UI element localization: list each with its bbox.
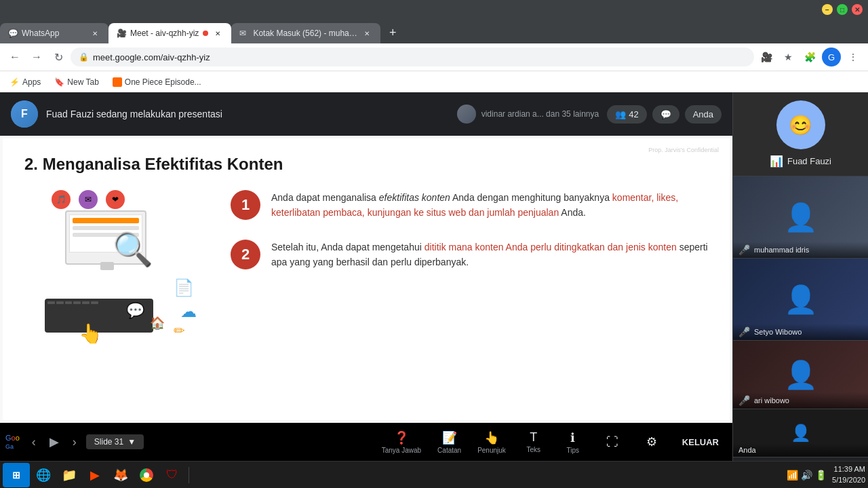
expand-icon: ⛶ bbox=[606, 435, 618, 449]
self-label-badge: Anda bbox=[685, 105, 722, 124]
profile-icon[interactable]: G bbox=[822, 48, 841, 67]
settings-button[interactable]: ⚙ bbox=[635, 432, 669, 452]
participants-button[interactable]: 👥 42 bbox=[607, 105, 646, 124]
catatan-button[interactable]: 📝 Catatan bbox=[432, 428, 467, 457]
content-area: F Fuad Fauzi sedang melakukan presentasi… bbox=[0, 92, 868, 461]
fuad-audio-icon: 📊 bbox=[770, 155, 783, 168]
participants-name: vidinar ardian a... dan 35 lainnya bbox=[481, 109, 599, 119]
mic-muted-icon-idris: 🎤 bbox=[738, 244, 750, 255]
participant-avatar-1 bbox=[457, 105, 476, 124]
slide-watermark: Prop. Jarvis's Confidential bbox=[648, 147, 719, 153]
penunjuk-button[interactable]: 👆 Penunjuk bbox=[472, 428, 511, 457]
expand-button[interactable]: ⛶ bbox=[595, 432, 629, 452]
close-button[interactable]: ✕ bbox=[852, 4, 863, 15]
firefox-button[interactable]: 🦊 bbox=[108, 463, 133, 487]
url-text: meet.google.com/aiv-qzhh-yiz bbox=[93, 52, 210, 62]
illus-cloud-icon: ☁ bbox=[180, 302, 197, 321]
illus-magnifier: 🔍 bbox=[113, 231, 153, 269]
taskbar: ⊞ 🌐 📁 ▶ 🦊 🛡 📶 🔊 🔋 11:39 AM 5/19/2020 bbox=[0, 461, 868, 488]
slide-point-1: 1 Anda dapat menganalisa efektifitas kon… bbox=[231, 190, 708, 221]
forward-button[interactable]: → bbox=[27, 48, 46, 67]
extensions-icon[interactable]: 🧩 bbox=[800, 48, 819, 67]
fuad-avatar: 😊 bbox=[776, 100, 825, 149]
slide-points: 1 Anda dapat menganalisa efektifitas kon… bbox=[231, 190, 708, 289]
participant-count: 42 bbox=[629, 109, 638, 119]
tips-icon: ℹ bbox=[570, 430, 575, 445]
tab-whatsapp-close[interactable]: ✕ bbox=[90, 28, 100, 39]
apps-icon: ⚡ bbox=[9, 77, 20, 87]
reload-button[interactable]: ↻ bbox=[49, 48, 68, 67]
tanya-jawab-button[interactable]: ❓ Tanya Jawab bbox=[376, 428, 427, 457]
slide-label: Slide 31 bbox=[94, 437, 123, 447]
tab-gmail[interactable]: ✉ Kotak Masuk (562) - muhamma... ✕ bbox=[231, 23, 380, 43]
tanya-jawab-icon: ❓ bbox=[394, 430, 409, 445]
next-slide-button[interactable]: › bbox=[68, 432, 81, 452]
slide-container: Prop. Jarvis's Confidential 2. Menganali… bbox=[0, 136, 732, 461]
ie-button[interactable]: 🌐 bbox=[31, 463, 56, 487]
teks-icon: T bbox=[530, 430, 537, 445]
maximize-button[interactable]: □ bbox=[837, 4, 848, 15]
back-button[interactable]: ← bbox=[5, 48, 24, 67]
bookmark-one-piece[interactable]: One Piece Episode... bbox=[108, 76, 205, 88]
time-display: 11:39 AM bbox=[832, 464, 865, 474]
illus-stand bbox=[100, 262, 114, 270]
participant-overlay-setyo: 🎤 Setyo Wibowo bbox=[733, 324, 868, 340]
participant-name-setyo: Setyo Wibowo bbox=[754, 328, 802, 336]
slide-indicator[interactable]: Slide 31 ▼ bbox=[86, 434, 144, 449]
date-display: 5/19/2020 bbox=[832, 475, 865, 485]
teks-label: Teks bbox=[527, 446, 541, 453]
menu-icon[interactable]: ⋮ bbox=[844, 48, 863, 67]
chrome-button[interactable] bbox=[134, 463, 159, 487]
security-button[interactable]: 🛡 bbox=[160, 463, 184, 487]
address-bar[interactable]: 🔒 meet.google.com/aiv-qzhh-yiz bbox=[71, 48, 754, 67]
tab-gmail-close[interactable]: ✕ bbox=[361, 28, 372, 39]
nav-icons: 🎥 ★ 🧩 G ⋮ bbox=[757, 48, 863, 67]
illus-icon-heart: ❤ bbox=[106, 190, 125, 209]
illus-hand: 👆 bbox=[79, 322, 102, 345]
bookmark-icon[interactable]: ★ bbox=[778, 48, 797, 67]
slide-illustration: 👆 🔍 🎵 ✉ ❤ 💬 🏠 📄 ☁ ✏ bbox=[24, 190, 214, 367]
tab-whatsapp[interactable]: 💬 WhatsApp ✕ bbox=[0, 23, 108, 43]
one-piece-favicon bbox=[113, 77, 122, 87]
sys-icons: 📶 🔊 🔋 bbox=[787, 470, 827, 481]
taskbar-time: 11:39 AM 5/19/2020 bbox=[832, 464, 865, 485]
new-tab-button[interactable]: + bbox=[383, 23, 402, 42]
point-number-1: 1 bbox=[231, 190, 260, 220]
tab-bar: 💬 WhatsApp ✕ 🎥 Meet - aiv-qzhh-yiz ✕ ✉ K… bbox=[0, 19, 868, 43]
new-tab-label: New Tab bbox=[67, 77, 98, 87]
media-button[interactable]: ▶ bbox=[83, 463, 107, 487]
bookmark-new-tab[interactable]: 🔖 New Tab bbox=[50, 76, 102, 88]
participant-card-ari: 👤 🎤 ari wibowo bbox=[733, 341, 868, 409]
bookmark-apps[interactable]: ⚡ Apps bbox=[5, 76, 45, 88]
tips-button[interactable]: ℹ Tips bbox=[556, 428, 590, 457]
participants-info: vidinar ardian a... dan 35 lainnya bbox=[457, 105, 599, 124]
illus-line2 bbox=[73, 226, 139, 230]
penunjuk-icon: 👆 bbox=[484, 430, 499, 445]
explorer-button[interactable]: 📁 bbox=[57, 463, 81, 487]
meet-main: F Fuad Fauzi sedang melakukan presentasi… bbox=[0, 92, 732, 461]
tab-meet[interactable]: 🎥 Meet - aiv-qzhh-yiz ✕ bbox=[108, 23, 231, 43]
start-button[interactable]: ⊞ bbox=[3, 463, 30, 487]
taskbar-right: 📶 🔊 🔋 11:39 AM 5/19/2020 bbox=[787, 464, 865, 485]
participant-card-idris: 👤 🎤 muhammad idris bbox=[733, 176, 868, 259]
apps-label: Apps bbox=[22, 77, 41, 87]
point-text-2: Setelah itu, Anda dapat mengetahui ditit… bbox=[271, 240, 708, 270]
meet-header-text: Fuad Fauzi sedang melakukan presentasi bbox=[46, 109, 449, 119]
teks-button[interactable]: T Teks bbox=[517, 428, 551, 456]
point-text-1: Anda dapat menganalisa efektifitas konte… bbox=[271, 190, 708, 221]
screen-record-icon[interactable]: 🎥 bbox=[757, 48, 776, 67]
illus-doc-icon: 📄 bbox=[174, 278, 194, 297]
exit-button[interactable]: KELUAR bbox=[674, 434, 727, 450]
mic-muted-icon-ari: 🎤 bbox=[738, 395, 750, 406]
prev-slide-button[interactable]: ‹ bbox=[28, 432, 40, 452]
illus-chat-icon: 💬 bbox=[126, 302, 144, 320]
settings-icon: ⚙ bbox=[646, 434, 657, 449]
play-button[interactable]: ▶ bbox=[45, 432, 63, 452]
new-tab-icon: 🔖 bbox=[54, 77, 64, 87]
right-panel: 😊 📊 Fuad Fauzi 👤 🎤 muhammad idris bbox=[732, 92, 868, 461]
chat-button[interactable]: 💬 bbox=[652, 105, 679, 124]
battery-icon: 🔋 bbox=[815, 470, 827, 481]
minimize-button[interactable]: − bbox=[822, 4, 833, 15]
p1-after: Anda. bbox=[559, 207, 586, 218]
tab-meet-close[interactable]: ✕ bbox=[212, 28, 223, 39]
